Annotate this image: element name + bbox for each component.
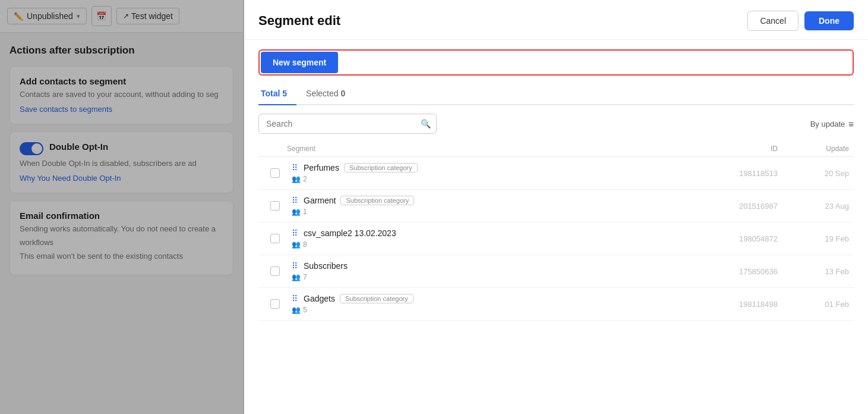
people-icon: 👥 bbox=[292, 240, 301, 249]
segment-count-row: 👥 7 bbox=[292, 273, 689, 281]
subscription-category-badge: Subscription category bbox=[340, 294, 414, 303]
new-segment-button[interactable]: New segment bbox=[261, 52, 338, 73]
checkbox-cell bbox=[263, 234, 287, 243]
row-checkbox-1[interactable] bbox=[270, 201, 280, 211]
search-icon: 🔍 bbox=[421, 119, 431, 128]
modal-header-actions: Cancel Done bbox=[747, 11, 854, 31]
segments-list: ⠿ Perfumes Subscription category 👥 2 198… bbox=[258, 157, 854, 404]
row-checkbox-2[interactable] bbox=[270, 234, 280, 243]
segment-update-date: 13 Feb bbox=[778, 267, 849, 276]
table-checkbox-header bbox=[263, 145, 287, 153]
modal-body: New segment Total 5 Selected 0 🔍 By upda… bbox=[244, 40, 868, 414]
drag-icon: ⠿ bbox=[292, 163, 298, 172]
segment-info-cell: ⠿ Perfumes Subscription category 👥 2 bbox=[287, 163, 689, 183]
segment-count: 1 bbox=[303, 208, 307, 216]
segment-id: 175850636 bbox=[689, 267, 778, 276]
tab-selected-label: Selected bbox=[306, 89, 340, 98]
people-icon: 👥 bbox=[292, 273, 301, 281]
row-checkbox-3[interactable] bbox=[270, 266, 280, 276]
modal-header: Segment edit Cancel Done bbox=[244, 0, 868, 40]
search-row: 🔍 By update ≡ bbox=[258, 114, 854, 134]
table-update-header: Update bbox=[778, 145, 849, 153]
segment-id: 198054872 bbox=[689, 234, 778, 243]
segment-name-row: ⠿ Perfumes Subscription category bbox=[292, 163, 689, 172]
segment-count-row: 👥 5 bbox=[292, 306, 689, 314]
segment-count-row: 👥 2 bbox=[292, 175, 689, 183]
drag-icon: ⠿ bbox=[292, 261, 298, 271]
segment-update-date: 19 Feb bbox=[778, 234, 849, 243]
segment-name: csv_sample2 13.02.2023 bbox=[304, 228, 396, 238]
modal-title: Segment edit bbox=[258, 13, 340, 29]
search-input-wrapper: 🔍 bbox=[258, 114, 437, 134]
checkbox-cell bbox=[263, 168, 287, 178]
row-checkbox-0[interactable] bbox=[270, 168, 280, 178]
segment-count: 5 bbox=[303, 306, 307, 314]
table-header: Segment ID Update bbox=[258, 141, 854, 157]
table-segment-header: Segment bbox=[287, 145, 689, 153]
table-row[interactable]: ⠿ csv_sample2 13.02.2023 👥 8 198054872 1… bbox=[258, 222, 854, 255]
segment-name: Gadgets bbox=[304, 294, 335, 303]
new-segment-button-wrapper: New segment bbox=[258, 49, 854, 76]
drag-icon: ⠿ bbox=[292, 294, 298, 303]
tabs-row: Total 5 Selected 0 bbox=[258, 85, 854, 105]
sort-button[interactable]: By update ≡ bbox=[810, 119, 854, 129]
segment-count-row: 👥 1 bbox=[292, 208, 689, 216]
segment-id: 198118498 bbox=[689, 300, 778, 309]
drag-icon: ⠿ bbox=[292, 196, 298, 205]
segment-name-row: ⠿ Gadgets Subscription category bbox=[292, 294, 689, 303]
tab-selected[interactable]: Selected 0 bbox=[304, 85, 355, 105]
table-row[interactable]: ⠿ Gadgets Subscription category 👥 5 1981… bbox=[258, 288, 854, 321]
people-icon: 👥 bbox=[292, 208, 301, 216]
segment-update-date: 01 Feb bbox=[778, 300, 849, 309]
tab-total[interactable]: Total 5 bbox=[258, 85, 296, 105]
table-id-header: ID bbox=[689, 145, 778, 153]
segment-info-cell: ⠿ csv_sample2 13.02.2023 👥 8 bbox=[287, 228, 689, 249]
segment-count: 7 bbox=[303, 273, 307, 281]
tab-selected-count: 0 bbox=[340, 89, 345, 98]
done-button[interactable]: Done bbox=[804, 11, 854, 30]
segment-info-cell: ⠿ Gadgets Subscription category 👥 5 bbox=[287, 294, 689, 314]
segment-id: 201516987 bbox=[689, 202, 778, 211]
checkbox-cell bbox=[263, 201, 287, 211]
checkbox-cell bbox=[263, 299, 287, 309]
table-row[interactable]: ⠿ Garment Subscription category 👥 1 2015… bbox=[258, 190, 854, 222]
segment-id: 198118513 bbox=[689, 169, 778, 178]
segment-name: Garment bbox=[304, 196, 336, 205]
drag-icon: ⠿ bbox=[292, 228, 298, 238]
segment-info-cell: ⠿ Subscribers 👥 7 bbox=[287, 261, 689, 281]
sort-label: By update bbox=[810, 120, 845, 128]
people-icon: 👥 bbox=[292, 175, 301, 183]
checkbox-cell bbox=[263, 266, 287, 276]
row-checkbox-4[interactable] bbox=[270, 299, 280, 309]
subscription-category-badge: Subscription category bbox=[344, 163, 418, 172]
segment-update-date: 23 Aug bbox=[778, 202, 849, 211]
cancel-button[interactable]: Cancel bbox=[747, 11, 798, 31]
tab-total-count: 5 bbox=[282, 89, 287, 98]
modal-panel: Segment edit Cancel Done New segment Tot… bbox=[244, 0, 868, 414]
search-input[interactable] bbox=[258, 114, 437, 134]
table-row[interactable]: ⠿ Subscribers 👥 7 175850636 13 Feb bbox=[258, 255, 854, 288]
segment-name-row: ⠿ csv_sample2 13.02.2023 bbox=[292, 228, 689, 238]
people-icon: 👥 bbox=[292, 306, 301, 314]
tab-total-label: Total bbox=[261, 89, 282, 98]
segment-name-row: ⠿ Garment Subscription category bbox=[292, 196, 689, 205]
segment-count: 2 bbox=[303, 175, 307, 183]
segment-info-cell: ⠿ Garment Subscription category 👥 1 bbox=[287, 196, 689, 216]
segment-name: Subscribers bbox=[304, 261, 348, 271]
segment-count: 8 bbox=[303, 240, 307, 249]
segment-count-row: 👥 8 bbox=[292, 240, 689, 249]
segment-name-row: ⠿ Subscribers bbox=[292, 261, 689, 271]
segment-update-date: 20 Sep bbox=[778, 169, 849, 178]
segment-name: Perfumes bbox=[304, 163, 339, 172]
sort-lines-icon: ≡ bbox=[848, 119, 854, 129]
table-row[interactable]: ⠿ Perfumes Subscription category 👥 2 198… bbox=[258, 157, 854, 190]
subscription-category-badge: Subscription category bbox=[340, 196, 414, 205]
